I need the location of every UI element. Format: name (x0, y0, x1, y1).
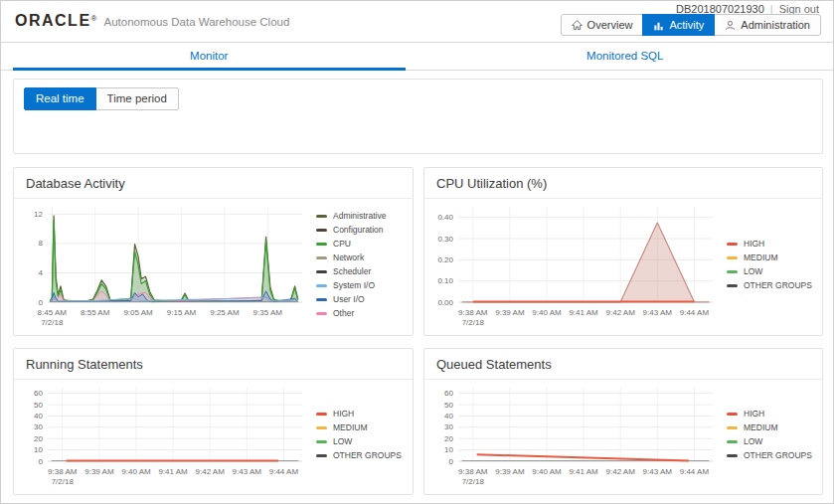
svg-text:0.30: 0.30 (437, 235, 453, 244)
legend-swatch-icon (316, 440, 327, 443)
svg-text:9:43 AM: 9:43 AM (643, 308, 673, 317)
svg-text:40: 40 (34, 412, 43, 420)
database-activity-chart: 048128:45 AM7/2/188:55 AM9:05 AM9:15 AM9… (18, 201, 308, 328)
legend-item: CPU (316, 239, 409, 249)
svg-text:40: 40 (444, 412, 453, 420)
svg-text:9:44 AM: 9:44 AM (680, 467, 710, 476)
svg-text:9:39 AM: 9:39 AM (495, 308, 525, 317)
legend-item: MEDIUM (727, 252, 818, 262)
svg-text:9:25 AM: 9:25 AM (210, 308, 240, 317)
svg-text:9:38 AM: 9:38 AM (458, 467, 488, 476)
legend-item: Network (316, 252, 409, 262)
svg-text:0: 0 (39, 298, 44, 307)
legend-item: OTHER GROUPS (727, 450, 818, 460)
administration-label: Administration (741, 19, 810, 31)
legend-swatch-icon (316, 215, 327, 218)
legend-label: User I/O (333, 294, 365, 304)
legend-swatch-icon (316, 229, 327, 232)
queued-statements-chart: 01020304050609:38 AM7/2/189:39 AM9:40 AM… (428, 382, 719, 487)
legend-item: OTHER GROUPS (727, 280, 818, 290)
cpu-utilization-chart: 0.000.100.200.300.409:38 AM7/2/189:39 AM… (428, 201, 719, 328)
time-period-button[interactable]: Time period (95, 87, 179, 110)
svg-text:7/2/18: 7/2/18 (52, 477, 75, 486)
tab-monitored-sql[interactable]: Monitored SQL (417, 43, 834, 70)
svg-text:9:42 AM: 9:42 AM (606, 467, 636, 476)
svg-text:0: 0 (449, 457, 454, 466)
legend-label: Network (333, 252, 364, 262)
svg-text:9:42 AM: 9:42 AM (196, 467, 226, 476)
product-title: Autonomous Data Warehouse Cloud (103, 16, 289, 28)
legend-swatch-icon (727, 243, 738, 246)
activity-button[interactable]: Activity (642, 14, 715, 36)
svg-text:9:44 AM: 9:44 AM (680, 308, 710, 317)
svg-text:9:40 AM: 9:40 AM (532, 467, 562, 476)
overview-button[interactable]: Overview (561, 14, 644, 36)
legend-label: HIGH (744, 239, 764, 249)
queued-statements-legend: HIGHMEDIUMLOWOTHER GROUPS (719, 409, 818, 460)
svg-text:9:43 AM: 9:43 AM (643, 467, 673, 476)
svg-text:0: 0 (39, 457, 44, 466)
legend-label: Administrative (333, 211, 386, 221)
adw-activity-page: ORACLE ® Autonomous Data Warehouse Cloud… (0, 0, 834, 504)
legend-item: HIGH (316, 409, 409, 419)
running-statements-card: Running Statements 01020304050609:38 AM7… (13, 348, 414, 495)
svg-text:8:45 AM: 8:45 AM (38, 308, 68, 317)
running-statements-chart: 01020304050609:38 AM7/2/189:39 AM9:40 AM… (18, 382, 308, 487)
legend-swatch-icon (316, 270, 327, 273)
oracle-logo: ORACLE (15, 12, 91, 30)
legend-item: MEDIUM (316, 422, 409, 432)
svg-text:9:39 AM: 9:39 AM (84, 467, 114, 476)
registered-mark: ® (91, 14, 97, 23)
legend-swatch-icon (316, 298, 327, 301)
time-range-panel: Real time Time period (13, 79, 823, 154)
legend-label: HIGH (744, 409, 764, 419)
legend-label: Configuration (333, 225, 384, 235)
legend-item: LOW (727, 266, 818, 276)
svg-text:50: 50 (34, 401, 43, 410)
time-range-toggle: Real time Time period (24, 87, 179, 110)
administration-button[interactable]: Administration (714, 14, 821, 36)
legend-item: HIGH (727, 409, 818, 419)
svg-text:20: 20 (444, 434, 453, 443)
tab-monitor[interactable]: Monitor (1, 43, 417, 70)
queued-statements-card: Queued Statements 01020304050609:38 AM7/… (423, 348, 823, 495)
svg-text:9:44 AM: 9:44 AM (269, 467, 299, 476)
activity-label: Activity (669, 19, 704, 31)
legend-item: LOW (727, 436, 818, 446)
svg-text:7/2/18: 7/2/18 (462, 477, 485, 486)
legend-item: LOW (316, 436, 409, 446)
svg-text:30: 30 (444, 422, 453, 431)
svg-text:0.20: 0.20 (437, 255, 453, 264)
legend-item: Other (316, 308, 409, 318)
legend-swatch-icon (727, 454, 738, 457)
svg-text:9:43 AM: 9:43 AM (233, 467, 262, 476)
cpu-utilization-title: CPU Utilization (%) (424, 168, 822, 199)
legend-item: Scheduler (316, 266, 409, 276)
home-icon (572, 20, 583, 31)
svg-text:0.40: 0.40 (437, 213, 453, 222)
database-activity-card: Database Activity 048128:45 AM7/2/188:55… (13, 167, 414, 336)
legend-item: System I/O (316, 280, 409, 290)
legend-swatch-icon (727, 270, 738, 273)
cpu-utilization-legend: HIGHMEDIUMLOWOTHER GROUPS (719, 239, 818, 290)
legend-item: HIGH (727, 239, 818, 249)
svg-text:30: 30 (34, 422, 43, 431)
svg-text:9:05 AM: 9:05 AM (123, 308, 153, 317)
running-statements-chart-row: 01020304050609:38 AM7/2/189:39 AM9:40 AM… (14, 380, 413, 487)
svg-text:12: 12 (34, 210, 43, 219)
legend-label: LOW (744, 266, 762, 276)
legend-label: OTHER GROUPS (744, 450, 812, 460)
legend-swatch-icon (727, 426, 738, 429)
overview-label: Overview (587, 19, 633, 31)
brand: ORACLE ® Autonomous Data Warehouse Cloud (15, 12, 289, 30)
legend-swatch-icon (727, 440, 738, 443)
tab-monitored-sql-label: Monitored SQL (586, 50, 663, 62)
legend-swatch-icon (727, 413, 738, 416)
legend-label: Scheduler (333, 266, 371, 276)
legend-swatch-icon (316, 284, 327, 287)
svg-text:7/2/18: 7/2/18 (41, 318, 64, 327)
real-time-button[interactable]: Real time (24, 87, 96, 110)
svg-text:9:38 AM: 9:38 AM (48, 467, 78, 476)
legend-swatch-icon (316, 413, 327, 416)
svg-text:9:42 AM: 9:42 AM (606, 308, 636, 317)
